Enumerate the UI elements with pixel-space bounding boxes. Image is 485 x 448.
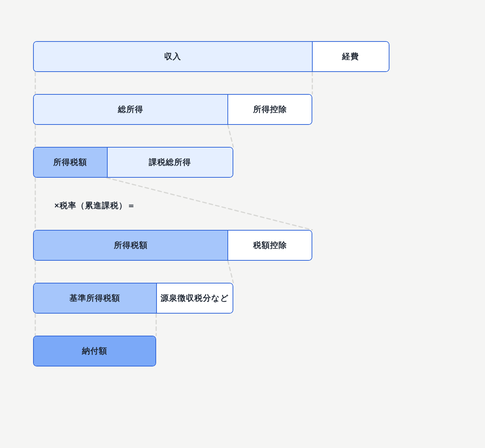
- diagram-cell: 税額控除: [227, 231, 312, 260]
- svg-line-7: [228, 261, 233, 283]
- svg-line-3: [228, 125, 233, 147]
- diagram-cell: 総所得: [34, 95, 227, 124]
- diagram-cell: 収入: [34, 42, 312, 71]
- diagram-cell: 源泉徴収税分など: [156, 283, 233, 313]
- diagram-cell: 所得税額: [34, 231, 227, 260]
- tax-rate-annotation: ×税率（累進課税）＝: [54, 200, 136, 211]
- diagram-cell: 基準所得税額: [34, 283, 156, 313]
- diagram-row-4: 基準所得税額源泉徴収税分など: [33, 283, 233, 314]
- diagram-cell: 課税総所得: [107, 148, 233, 177]
- diagram-row-2: 所得税額課税総所得: [33, 147, 233, 178]
- svg-line-5: [107, 178, 312, 230]
- diagram-cell: 納付額: [34, 336, 155, 366]
- diagram-row-0: 収入経費: [33, 41, 389, 72]
- diagram-stage: 収入経費総所得所得控除所得税額課税総所得所得税額税額控除基準所得税額源泉徴収税分…: [0, 0, 485, 448]
- diagram-cell: 所得控除: [227, 95, 312, 124]
- diagram-cell: 所得税額: [34, 148, 107, 177]
- diagram-cell: 経費: [312, 42, 389, 71]
- diagram-row-5: 納付額: [33, 336, 156, 366]
- diagram-row-3: 所得税額税額控除: [33, 230, 312, 261]
- diagram-row-1: 総所得所得控除: [33, 94, 312, 125]
